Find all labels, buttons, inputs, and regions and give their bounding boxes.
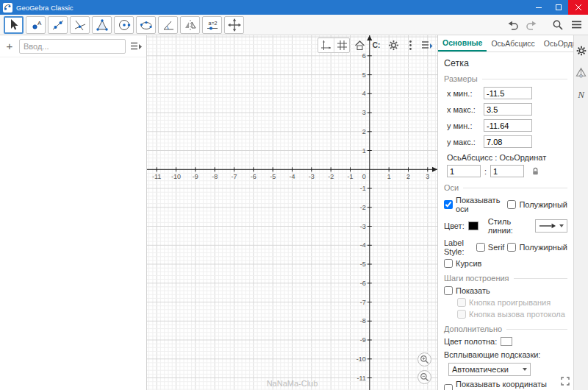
redo-button[interactable]	[523, 17, 539, 33]
panel-title: Сетка	[444, 58, 567, 68]
xmin-input[interactable]	[484, 87, 532, 99]
svg-text:3: 3	[426, 173, 429, 180]
window-controls	[528, 0, 588, 15]
construction-header-label: Шаги построения	[444, 274, 509, 283]
sidebar-settings-button[interactable]	[576, 46, 587, 56]
reflect-tool-button[interactable]	[180, 16, 200, 34]
home-icon	[354, 40, 365, 51]
line-tool-button[interactable]	[48, 16, 68, 34]
input-help-button[interactable]	[130, 41, 142, 52]
svg-text:-6: -6	[251, 173, 257, 180]
show-construction-checkbox[interactable]	[444, 286, 453, 295]
label-bold-checkbox[interactable]	[507, 243, 516, 252]
svg-text:-7: -7	[231, 173, 237, 180]
italic-label: Курсив	[456, 259, 481, 268]
title-bar: GeoGebra Classic	[0, 0, 588, 15]
fullscreen-button[interactable]	[561, 377, 570, 387]
tab-y-axis[interactable]: ОсьОрдинат	[539, 35, 573, 52]
axes-color-swatch[interactable]	[468, 221, 478, 230]
axes-grid-toggle-group	[318, 38, 350, 53]
tab-basic[interactable]: Основные	[438, 35, 487, 52]
close-button[interactable]	[568, 0, 588, 15]
zoom-out-button[interactable]	[417, 370, 431, 384]
maximize-button[interactable]	[548, 0, 568, 15]
standard-view-button[interactable]	[352, 38, 367, 52]
italic-row: Курсив	[444, 259, 567, 268]
ymax-input[interactable]	[484, 135, 532, 148]
zoom-in-icon	[420, 355, 429, 364]
line-style-dropdown[interactable]	[535, 219, 567, 233]
sidebar-script-button[interactable]: N	[578, 89, 584, 101]
circle-tool-button[interactable]	[114, 16, 134, 34]
toggle-axes-button[interactable]	[318, 38, 334, 52]
serif-option: Serif	[476, 243, 505, 252]
svg-text:3: 3	[362, 109, 366, 116]
search-button[interactable]	[550, 17, 566, 33]
algebra-input[interactable]	[19, 39, 126, 54]
xmax-input[interactable]	[484, 103, 532, 116]
label-bold-label: Полужирный	[519, 243, 567, 252]
polygon-tool-button[interactable]	[92, 16, 112, 34]
graphics-view[interactable]: -11-10-9-8-7-6-5-4-3-2-1123-11-10-9-8-7-…	[147, 35, 437, 390]
angle-tool-button[interactable]	[158, 16, 178, 34]
misc-header-label: Дополнительно	[444, 325, 502, 333]
sidebar-geometry-button[interactable]	[576, 67, 587, 78]
ymin-input[interactable]	[484, 119, 532, 132]
show-construction-option: Показать	[444, 286, 490, 295]
svg-text:-8: -8	[212, 173, 218, 180]
slider-tool-button[interactable]: a=2	[202, 16, 222, 34]
show-axes-checkbox[interactable]	[444, 200, 453, 209]
tools-toolbar: A a=2	[0, 15, 588, 35]
show-axes-option: Показывать оси	[444, 196, 504, 213]
move-tool-button[interactable]	[4, 16, 24, 34]
canvas-color-swatch[interactable]	[501, 337, 512, 346]
ratio-y-input[interactable]	[490, 165, 524, 177]
section-dimensions: Размеры	[444, 74, 567, 83]
aspect-ratio-lock-button[interactable]	[531, 166, 540, 176]
undo-button[interactable]	[505, 17, 521, 33]
conic-tool-button[interactable]	[136, 16, 156, 34]
view-menu-button[interactable]	[420, 38, 434, 52]
svg-text:-8: -8	[360, 317, 366, 325]
ymax-row: y макс.:	[447, 135, 567, 148]
ratio-x-input[interactable]	[447, 165, 481, 177]
move-graphics-view-tool-button[interactable]	[224, 16, 244, 34]
slider-icon: a=2	[205, 18, 220, 32]
svg-text:-1: -1	[360, 185, 366, 192]
more-options-button[interactable]	[403, 38, 417, 52]
minimize-button[interactable]	[528, 0, 548, 15]
special-lines-tool-button[interactable]	[70, 16, 90, 34]
serif-checkbox[interactable]	[476, 243, 485, 252]
section-construction: Шаги построения	[444, 274, 567, 283]
undo-icon	[507, 19, 519, 31]
toggle-grid-button[interactable]	[334, 38, 349, 52]
watermark: NaNaMa-Club	[267, 379, 318, 388]
label-bold-option: Полужирный	[507, 243, 567, 252]
conic-icon	[139, 18, 154, 32]
axes-icon	[320, 40, 331, 51]
graphics-settings-button[interactable]	[386, 38, 401, 52]
axes-bold-checkbox[interactable]	[507, 200, 516, 209]
redo-icon	[526, 19, 537, 31]
ymin-row: y мин.:	[447, 119, 567, 132]
geogebra-logo-icon	[3, 3, 12, 13]
canvas-color-row: Цвет полотна:	[444, 337, 567, 346]
add-expression-button[interactable]: +	[4, 40, 15, 52]
slider-tool-label: a=2	[208, 20, 217, 25]
italic-checkbox[interactable]	[444, 259, 453, 268]
play-button-checkbox	[457, 298, 466, 307]
axes-color-label: Цвет:	[444, 221, 465, 230]
svg-text:-1: -1	[347, 173, 353, 180]
svg-text:4: 4	[362, 90, 366, 97]
label-style-row: Label Style: Serif Полужирный	[444, 238, 567, 256]
zoom-in-button[interactable]	[417, 352, 431, 366]
point-tool-button[interactable]: A	[26, 16, 46, 34]
protocol-button-checkbox	[457, 310, 466, 319]
mouse-coords-checkbox[interactable]	[444, 384, 453, 390]
tab-x-axis[interactable]: ОсьАбсцисс	[487, 35, 539, 52]
main-menu-button[interactable]	[568, 17, 584, 33]
svg-text:-6: -6	[360, 280, 366, 287]
tooltips-dropdown[interactable]: Автоматически	[448, 363, 531, 376]
point-capturing-button[interactable]: C:	[369, 38, 384, 52]
xmin-row: x мин.:	[447, 87, 567, 99]
